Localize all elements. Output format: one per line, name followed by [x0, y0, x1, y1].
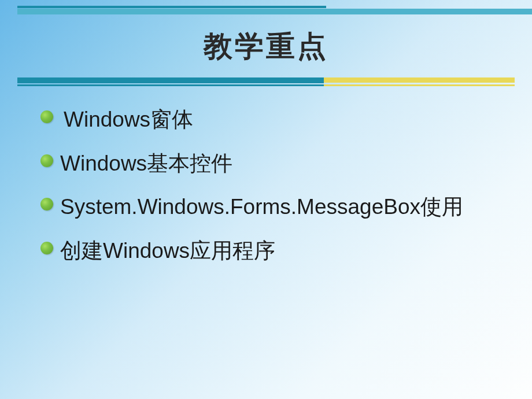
- bullet-item: 创建Windows应用程序: [40, 235, 497, 267]
- bullet-item: System.Windows.Forms.MessageBox使用: [40, 191, 497, 223]
- content-area: Windows窗体 Windows基本控件 System.Windows.For…: [0, 86, 532, 267]
- bullet-icon: [40, 110, 53, 123]
- header-section: 教学重点: [0, 0, 532, 86]
- bullet-icon: [40, 242, 53, 254]
- decorative-bar-teal-thick: [17, 77, 324, 83]
- bullet-text: Windows窗体: [60, 104, 193, 136]
- bullet-item: Windows窗体: [40, 104, 497, 136]
- bullet-item: Windows基本控件: [40, 147, 497, 180]
- slide-title: 教学重点: [0, 14, 532, 77]
- bullet-text: 创建Windows应用程序: [60, 235, 275, 267]
- decorative-bar-teal-thin: [17, 84, 324, 86]
- decorative-bar-top-thin: [17, 6, 532, 8]
- bullet-icon: [40, 198, 53, 210]
- bullet-icon: [40, 154, 53, 167]
- bullet-text: System.Windows.Forms.MessageBox使用: [60, 191, 463, 223]
- decorative-bar-yellow-thick: [324, 77, 515, 83]
- bullet-text: Windows基本控件: [60, 147, 232, 180]
- decorative-bar-yellow-thin: [324, 84, 515, 86]
- decorative-bars-bottom: [0, 77, 532, 86]
- decorative-bar-top-thick: [17, 9, 532, 14]
